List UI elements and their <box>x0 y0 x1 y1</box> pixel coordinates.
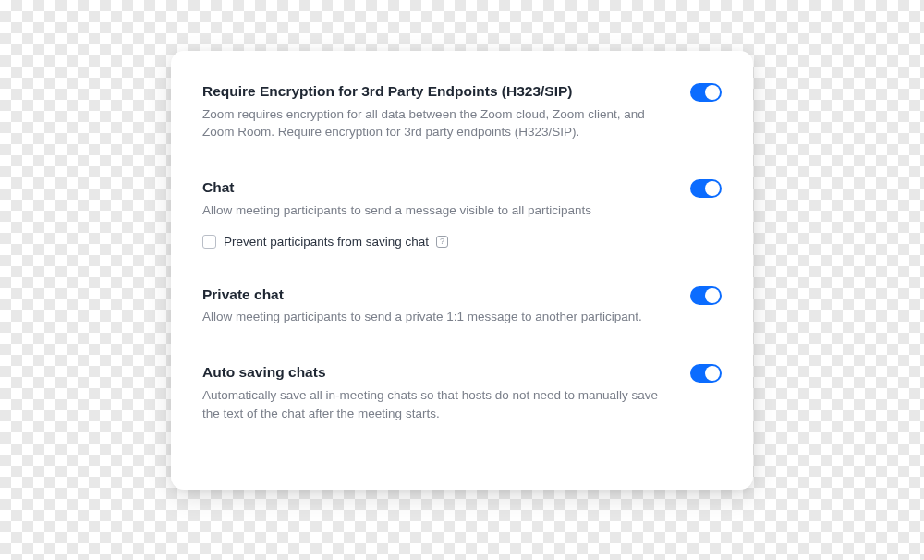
prevent-save-label: Prevent participants from saving chat <box>224 235 429 249</box>
auto-save-toggle[interactable] <box>690 364 722 383</box>
info-icon[interactable]: ? <box>436 236 448 248</box>
toggle-knob <box>705 366 720 381</box>
setting-chat: Chat Allow meeting participants to send … <box>202 178 722 248</box>
chat-toggle[interactable] <box>690 179 722 198</box>
setting-description: Automatically save all in-meeting chats … <box>202 386 663 422</box>
toggle-knob <box>705 181 720 196</box>
setting-title: Auto saving chats <box>202 363 663 383</box>
setting-body: Require Encryption for 3rd Party Endpoin… <box>202 82 690 141</box>
setting-description: Allow meeting participants to send a mes… <box>202 201 663 220</box>
setting-encryption: Require Encryption for 3rd Party Endpoin… <box>202 82 722 141</box>
setting-body: Private chat Allow meeting participants … <box>202 286 690 326</box>
setting-description: Allow meeting participants to send a pri… <box>202 308 663 326</box>
setting-description: Zoom requires encryption for all data be… <box>202 105 663 141</box>
toggle-knob <box>705 85 720 100</box>
settings-card: Require Encryption for 3rd Party Endpoin… <box>171 51 753 490</box>
toggle-knob <box>705 288 720 303</box>
setting-body: Chat Allow meeting participants to send … <box>202 178 690 248</box>
setting-body: Auto saving chats Automatically save all… <box>202 363 690 422</box>
setting-title: Private chat <box>202 286 663 305</box>
setting-title: Chat <box>202 178 663 198</box>
prevent-save-checkbox[interactable] <box>202 235 216 249</box>
setting-private-chat: Private chat Allow meeting participants … <box>202 286 722 326</box>
setting-title: Require Encryption for 3rd Party Endpoin… <box>202 82 663 102</box>
encryption-toggle[interactable] <box>690 83 722 102</box>
setting-auto-save: Auto saving chats Automatically save all… <box>202 363 722 422</box>
private-chat-toggle[interactable] <box>690 286 722 305</box>
prevent-save-option: Prevent participants from saving chat ? <box>202 235 663 249</box>
